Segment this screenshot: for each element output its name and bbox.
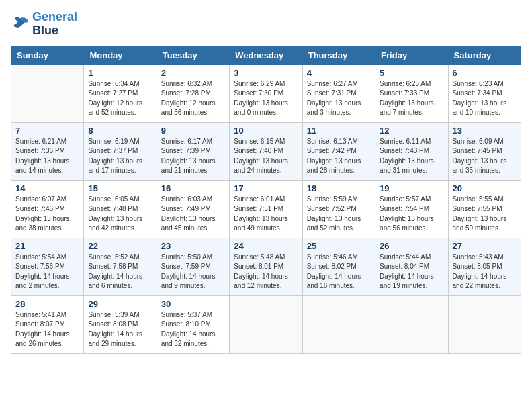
logo-icon: [11, 15, 30, 34]
calendar-empty-cell: [302, 295, 375, 353]
calendar-day-cell: 14Sunrise: 6:07 AM Sunset: 7:46 PM Dayli…: [11, 180, 84, 238]
day-info: Sunrise: 6:29 AM Sunset: 7:30 PM Dayligh…: [234, 79, 298, 118]
column-header-monday: Monday: [84, 46, 157, 64]
calendar-header-row: SundayMondayTuesdayWednesdayThursdayFrid…: [11, 46, 521, 64]
column-header-wednesday: Wednesday: [230, 46, 302, 64]
column-header-sunday: Sunday: [11, 46, 84, 64]
day-number: 11: [307, 126, 371, 136]
calendar-day-cell: 11Sunrise: 6:13 AM Sunset: 7:42 PM Dayli…: [302, 122, 375, 180]
calendar-day-cell: 12Sunrise: 6:11 AM Sunset: 7:43 PM Dayli…: [375, 122, 448, 180]
column-header-thursday: Thursday: [302, 46, 375, 64]
day-number: 17: [234, 183, 298, 193]
calendar-day-cell: 15Sunrise: 6:05 AM Sunset: 7:48 PM Dayli…: [84, 180, 157, 238]
day-number: 15: [88, 183, 152, 193]
calendar-day-cell: 25Sunrise: 5:46 AM Sunset: 8:02 PM Dayli…: [302, 238, 375, 295]
calendar-day-cell: 3Sunrise: 6:29 AM Sunset: 7:30 PM Daylig…: [230, 64, 302, 122]
logo: GeneralBlue: [11, 11, 77, 38]
day-number: 29: [88, 299, 152, 309]
calendar-day-cell: 2Sunrise: 6:32 AM Sunset: 7:28 PM Daylig…: [157, 64, 229, 122]
column-header-saturday: Saturday: [448, 46, 521, 64]
day-info: Sunrise: 5:39 AM Sunset: 8:08 PM Dayligh…: [88, 310, 152, 349]
day-info: Sunrise: 5:46 AM Sunset: 8:02 PM Dayligh…: [307, 253, 371, 291]
day-info: Sunrise: 6:19 AM Sunset: 7:37 PM Dayligh…: [88, 137, 152, 176]
day-info: Sunrise: 6:21 AM Sunset: 7:36 PM Dayligh…: [15, 137, 79, 176]
page-header: GeneralBlue: [11, 11, 521, 38]
calendar-day-cell: 6Sunrise: 6:23 AM Sunset: 7:34 PM Daylig…: [448, 64, 521, 122]
day-number: 18: [307, 183, 371, 193]
day-number: 4: [307, 68, 371, 78]
calendar-empty-cell: [230, 295, 302, 353]
day-info: Sunrise: 6:15 AM Sunset: 7:40 PM Dayligh…: [234, 137, 298, 176]
calendar-empty-cell: [11, 64, 84, 122]
calendar-day-cell: 10Sunrise: 6:15 AM Sunset: 7:40 PM Dayli…: [230, 122, 302, 180]
day-number: 3: [234, 68, 298, 78]
day-info: Sunrise: 5:57 AM Sunset: 7:54 PM Dayligh…: [380, 195, 443, 234]
column-header-tuesday: Tuesday: [157, 46, 229, 64]
day-info: Sunrise: 6:17 AM Sunset: 7:39 PM Dayligh…: [161, 137, 225, 176]
day-info: Sunrise: 5:59 AM Sunset: 7:52 PM Dayligh…: [307, 195, 371, 234]
calendar-day-cell: 24Sunrise: 5:48 AM Sunset: 8:01 PM Dayli…: [230, 238, 302, 295]
day-number: 20: [453, 183, 517, 193]
day-number: 26: [380, 241, 443, 251]
calendar-day-cell: 17Sunrise: 6:01 AM Sunset: 7:51 PM Dayli…: [230, 180, 302, 238]
calendar-day-cell: 1Sunrise: 6:34 AM Sunset: 7:27 PM Daylig…: [84, 64, 157, 122]
calendar-day-cell: 27Sunrise: 5:43 AM Sunset: 8:05 PM Dayli…: [448, 238, 521, 295]
day-info: Sunrise: 5:55 AM Sunset: 7:55 PM Dayligh…: [453, 195, 517, 234]
day-info: Sunrise: 6:27 AM Sunset: 7:31 PM Dayligh…: [307, 79, 371, 118]
day-number: 30: [161, 299, 225, 309]
day-number: 22: [88, 241, 152, 251]
day-info: Sunrise: 5:48 AM Sunset: 8:01 PM Dayligh…: [234, 253, 298, 291]
calendar-day-cell: 21Sunrise: 5:54 AM Sunset: 7:56 PM Dayli…: [11, 238, 84, 295]
day-number: 28: [15, 299, 79, 309]
day-info: Sunrise: 5:41 AM Sunset: 8:07 PM Dayligh…: [15, 310, 79, 349]
calendar-week-row: 1Sunrise: 6:34 AM Sunset: 7:27 PM Daylig…: [11, 64, 521, 122]
day-number: 16: [161, 183, 225, 193]
column-header-friday: Friday: [375, 46, 448, 64]
calendar-day-cell: 26Sunrise: 5:44 AM Sunset: 8:04 PM Dayli…: [375, 238, 448, 295]
calendar-day-cell: 4Sunrise: 6:27 AM Sunset: 7:31 PM Daylig…: [302, 64, 375, 122]
day-info: Sunrise: 5:52 AM Sunset: 7:58 PM Dayligh…: [88, 253, 152, 291]
day-number: 25: [307, 241, 371, 251]
day-info: Sunrise: 6:11 AM Sunset: 7:43 PM Dayligh…: [380, 137, 443, 176]
day-info: Sunrise: 6:01 AM Sunset: 7:51 PM Dayligh…: [234, 195, 298, 234]
day-number: 7: [15, 126, 79, 136]
day-info: Sunrise: 5:43 AM Sunset: 8:05 PM Dayligh…: [453, 253, 517, 291]
calendar-day-cell: 5Sunrise: 6:25 AM Sunset: 7:33 PM Daylig…: [375, 64, 448, 122]
calendar-day-cell: 19Sunrise: 5:57 AM Sunset: 7:54 PM Dayli…: [375, 180, 448, 238]
calendar-day-cell: 23Sunrise: 5:50 AM Sunset: 7:59 PM Dayli…: [157, 238, 229, 295]
calendar-day-cell: 7Sunrise: 6:21 AM Sunset: 7:36 PM Daylig…: [11, 122, 84, 180]
day-number: 24: [234, 241, 298, 251]
calendar-day-cell: 9Sunrise: 6:17 AM Sunset: 7:39 PM Daylig…: [157, 122, 229, 180]
day-info: Sunrise: 6:25 AM Sunset: 7:33 PM Dayligh…: [380, 79, 443, 118]
day-info: Sunrise: 6:23 AM Sunset: 7:34 PM Dayligh…: [453, 79, 517, 118]
day-number: 5: [380, 68, 443, 78]
calendar-day-cell: 20Sunrise: 5:55 AM Sunset: 7:55 PM Dayli…: [448, 180, 521, 238]
calendar-day-cell: 8Sunrise: 6:19 AM Sunset: 7:37 PM Daylig…: [84, 122, 157, 180]
day-number: 10: [234, 126, 298, 136]
day-info: Sunrise: 6:09 AM Sunset: 7:45 PM Dayligh…: [453, 137, 517, 176]
day-number: 1: [88, 68, 152, 78]
calendar-day-cell: 16Sunrise: 6:03 AM Sunset: 7:49 PM Dayli…: [157, 180, 229, 238]
day-number: 9: [161, 126, 225, 136]
day-info: Sunrise: 6:05 AM Sunset: 7:48 PM Dayligh…: [88, 195, 152, 234]
day-info: Sunrise: 5:37 AM Sunset: 8:10 PM Dayligh…: [161, 310, 225, 349]
calendar-day-cell: 30Sunrise: 5:37 AM Sunset: 8:10 PM Dayli…: [157, 295, 229, 353]
day-number: 13: [453, 126, 517, 136]
day-number: 14: [15, 183, 79, 193]
day-number: 21: [15, 241, 79, 251]
calendar-day-cell: 18Sunrise: 5:59 AM Sunset: 7:52 PM Dayli…: [302, 180, 375, 238]
calendar-week-row: 7Sunrise: 6:21 AM Sunset: 7:36 PM Daylig…: [11, 122, 521, 180]
day-info: Sunrise: 5:50 AM Sunset: 7:59 PM Dayligh…: [161, 253, 225, 291]
day-number: 19: [380, 183, 443, 193]
day-number: 23: [161, 241, 225, 251]
calendar-day-cell: 22Sunrise: 5:52 AM Sunset: 7:58 PM Dayli…: [84, 238, 157, 295]
calendar-day-cell: 13Sunrise: 6:09 AM Sunset: 7:45 PM Dayli…: [448, 122, 521, 180]
calendar-day-cell: 28Sunrise: 5:41 AM Sunset: 8:07 PM Dayli…: [11, 295, 84, 353]
day-info: Sunrise: 6:34 AM Sunset: 7:27 PM Dayligh…: [88, 79, 152, 118]
day-number: 6: [453, 68, 517, 78]
day-info: Sunrise: 6:32 AM Sunset: 7:28 PM Dayligh…: [161, 79, 225, 118]
day-number: 27: [453, 241, 517, 251]
calendar-week-row: 28Sunrise: 5:41 AM Sunset: 8:07 PM Dayli…: [11, 295, 521, 353]
day-info: Sunrise: 6:13 AM Sunset: 7:42 PM Dayligh…: [307, 137, 371, 176]
day-info: Sunrise: 6:03 AM Sunset: 7:49 PM Dayligh…: [161, 195, 225, 234]
